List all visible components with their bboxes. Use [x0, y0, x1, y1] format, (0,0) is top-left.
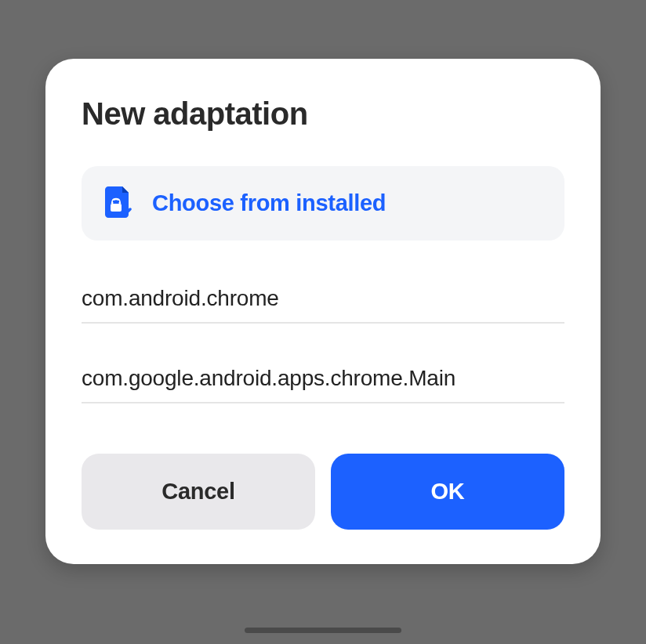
svg-rect-0 — [111, 204, 122, 212]
cancel-button[interactable]: Cancel — [82, 454, 315, 530]
ok-button[interactable]: OK — [331, 454, 564, 530]
package-name-input[interactable] — [82, 273, 564, 324]
choose-from-installed-label: Choose from installed — [152, 190, 386, 216]
dialog-button-row: Cancel OK — [82, 454, 564, 530]
apk-download-icon — [103, 186, 132, 220]
home-indicator[interactable] — [245, 628, 401, 633]
dialog-title: New adaptation — [82, 96, 564, 132]
new-adaptation-dialog: New adaptation Choose from installed Can… — [45, 59, 601, 564]
activity-name-input[interactable] — [82, 353, 564, 403]
choose-from-installed-button[interactable]: Choose from installed — [82, 166, 564, 241]
svg-point-2 — [118, 200, 119, 201]
svg-point-1 — [113, 200, 114, 201]
